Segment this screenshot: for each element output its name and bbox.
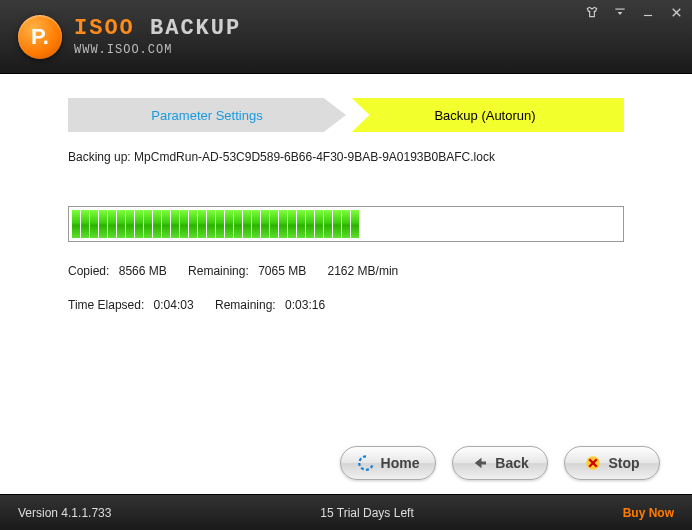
tab-backup-autorun[interactable]: Backup (Autorun) [328,98,624,132]
svg-rect-0 [615,9,624,10]
home-button[interactable]: Home [340,446,436,480]
brand-backup: BACKUP [150,16,241,41]
stop-icon [584,454,602,472]
buy-now-link[interactable]: Buy Now [623,506,674,520]
minimize-icon[interactable] [640,4,656,20]
button-row: Home Back Stop [340,446,660,480]
stop-button-label: Stop [608,455,639,471]
window-controls [584,4,684,20]
version-text: Version 4.1.1.733 [18,506,111,520]
back-button[interactable]: Back [452,446,548,480]
size-stats: Copied: 8566 MB Remaining: 7065 MB 2162 … [68,264,624,278]
remaining-size-label: Remaining: [188,264,249,278]
transfer-rate: 2162 MB/min [328,264,399,278]
shirt-icon[interactable] [584,4,600,20]
stop-button[interactable]: Stop [564,446,660,480]
titlebar: P. ISOO BACKUP WWW.ISOO.COM [0,0,692,74]
remaining-time-label: Remaining: [215,298,276,312]
back-button-label: Back [495,455,528,471]
back-icon [471,454,489,472]
content-area: Parameter Settings Backup (Autorun) Back… [0,74,692,494]
elapsed-label: Time Elapsed: [68,298,144,312]
elapsed-value: 0:04:03 [154,298,194,312]
statusbar: Version 4.1.1.733 15 Trial Days Left Buy… [0,494,692,530]
brand-url: WWW.ISOO.COM [74,43,241,57]
trial-text: 15 Trial Days Left [320,506,413,520]
backing-up-label: Backing up: [68,150,131,164]
remaining-size-value: 7065 MB [258,264,306,278]
dropdown-icon[interactable] [612,4,628,20]
tab-parameter-settings[interactable]: Parameter Settings [68,98,346,132]
progress-bar [68,206,624,242]
progress-fill [72,210,620,238]
home-button-label: Home [381,455,420,471]
copied-value: 8566 MB [119,264,167,278]
home-icon [357,454,375,472]
remaining-time-value: 0:03:16 [285,298,325,312]
app-title-block: ISOO BACKUP WWW.ISOO.COM [74,16,241,57]
copied-label: Copied: [68,264,109,278]
brand-isoo: ISOO [74,16,135,41]
close-icon[interactable] [668,4,684,20]
backing-up-file: MpCmdRun-AD-53C9D589-6B66-4F30-9BAB-9A01… [134,150,495,164]
current-file-line: Backing up: MpCmdRun-AD-53C9D589-6B66-4F… [68,150,624,164]
tab-strip: Parameter Settings Backup (Autorun) [68,98,624,132]
app-logo: P. [18,15,62,59]
backup-info: Backing up: MpCmdRun-AD-53C9D589-6B66-4F… [68,150,624,312]
app-title: ISOO BACKUP [74,16,241,41]
time-stats: Time Elapsed: 0:04:03 Remaining: 0:03:16 [68,298,624,312]
